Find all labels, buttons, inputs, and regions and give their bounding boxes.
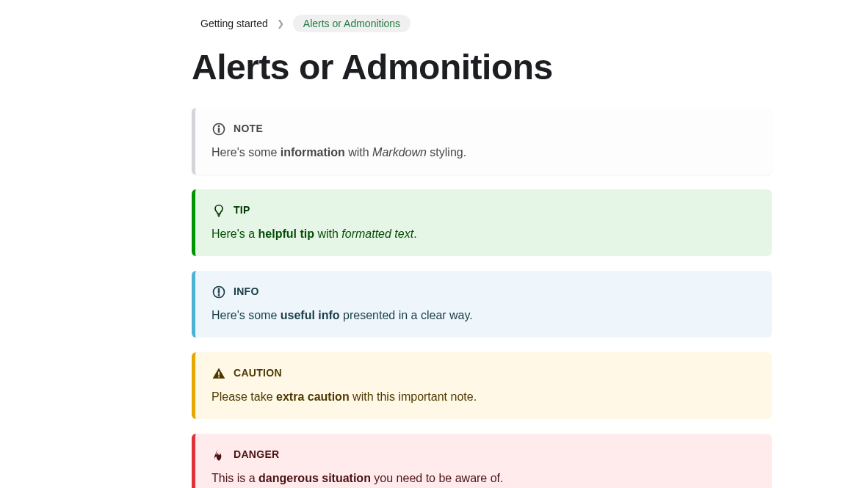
note-body-em: Markdown [372,146,427,159]
page-title: Alerts or Admonitions [192,47,772,87]
admonition-caution-body: Please take extra caution with this impo… [211,388,756,406]
info-body-post: presented in a clear way. [340,309,473,321]
exclamation-circle-icon [211,285,226,299]
danger-body-strong: dangerous situation [258,472,371,484]
admonition-caution-header: CAUTION [211,365,756,381]
admonition-note-body: Here's some information with Markdown st… [211,144,756,161]
warning-triangle-icon [211,366,226,381]
admonition-info-header: INFO [211,284,756,299]
breadcrumb-parent[interactable]: Getting started [200,18,268,29]
admonition-caution: CAUTION Please take extra caution with t… [192,352,772,419]
admonition-caution-label: CAUTION [234,365,282,381]
note-body-pre: Here's some [211,146,281,159]
info-body-pre: Here's some [211,309,281,321]
note-body-mid: with [345,146,372,159]
admonition-tip-header: TIP [211,203,756,218]
svg-rect-9 [218,376,220,377]
admonition-tip-label: TIP [234,203,250,218]
admonition-note-header: NOTE [211,121,756,136]
note-body-strong: information [281,146,345,159]
danger-body-post: you need to be aware of. [371,472,504,484]
breadcrumb-current: Alerts or Admonitions [293,15,411,32]
admonition-danger-label: DANGER [234,447,279,462]
info-circle-icon [211,122,226,136]
admonition-info: INFO Here's some useful info presented i… [192,271,772,338]
caution-body-post: with this important note. [350,390,477,403]
admonition-note: NOTE Here's some information with Markdo… [192,108,772,175]
admonition-danger-body: This is a dangerous situation you need t… [211,470,756,487]
admonition-danger: DANGER This is a dangerous situation you… [192,434,772,488]
admonition-note-label: NOTE [234,121,263,136]
svg-rect-2 [218,125,220,127]
caution-body-strong: extra caution [276,390,350,403]
main-content: Getting started ❯ Alerts or Admonitions … [82,15,786,488]
tip-body-post: . [413,227,416,240]
fire-icon [211,448,226,462]
admonition-info-label: INFO [234,284,259,299]
svg-rect-7 [218,294,220,296]
tip-body-em: formatted text [341,227,413,240]
svg-rect-8 [218,371,220,375]
svg-rect-6 [218,288,220,294]
caution-body-pre: Please take [211,390,276,403]
note-body-post: styling. [427,146,466,159]
chevron-right-icon: ❯ [277,18,284,29]
info-body-strong: useful info [281,309,340,321]
danger-body-pre: This is a [211,472,258,484]
tip-body-strong: helpful tip [258,227,314,240]
breadcrumb: Getting started ❯ Alerts or Admonitions [192,15,772,32]
admonition-danger-header: DANGER [211,447,756,462]
tip-body-mid: with [314,227,341,240]
admonition-info-body: Here's some useful info presented in a c… [211,307,756,324]
tip-body-pre: Here's a [211,227,258,240]
admonition-tip: TIP Here's a helpful tip with formatted … [192,189,772,256]
admonition-tip-body: Here's a helpful tip with formatted text… [211,225,756,243]
svg-rect-1 [218,128,220,132]
lightbulb-icon [211,203,226,218]
